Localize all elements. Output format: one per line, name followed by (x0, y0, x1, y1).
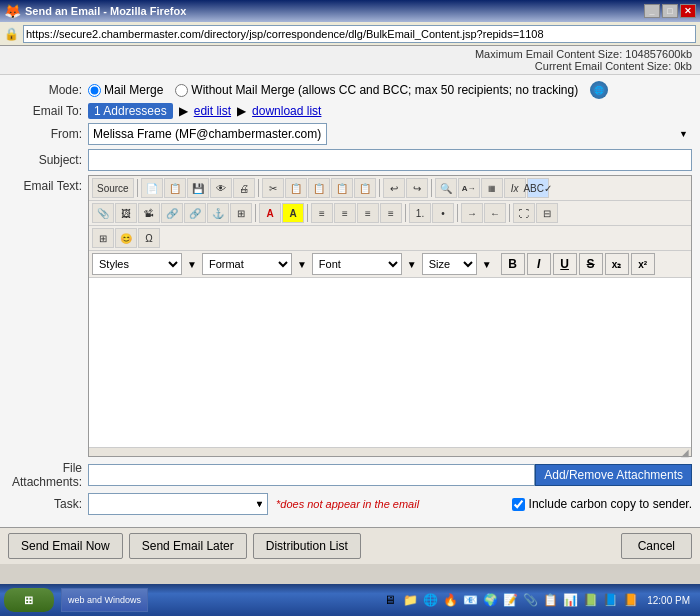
italic-button[interactable]: I (527, 253, 551, 275)
align-right-btn[interactable]: ≡ (357, 203, 379, 223)
redo-btn[interactable]: ↪ (406, 178, 428, 198)
underline-button[interactable]: U (553, 253, 577, 275)
size-select[interactable]: Size (422, 253, 477, 275)
templates-btn[interactable]: 📋 (164, 178, 186, 198)
superscript-button[interactable]: x² (631, 253, 655, 275)
font-select[interactable]: Font (312, 253, 402, 275)
ordered-list-btn[interactable]: 1. (409, 203, 431, 223)
editor-wrapper: Source 📄 📋 💾 👁 🖨 ✂ 📋 📋 📋 📋 ↩ ↪ 🔍 A→ (88, 175, 692, 457)
paste-btn[interactable]: 📋 (308, 178, 330, 198)
replace-btn[interactable]: A→ (458, 178, 480, 198)
task-row: Task: ▼ *does not appear in the email In… (8, 493, 692, 515)
subscript-button[interactable]: x₂ (605, 253, 629, 275)
taskbar-icon-8[interactable]: 📎 (521, 591, 539, 609)
justify-btn[interactable]: ≡ (380, 203, 402, 223)
subject-input[interactable] (88, 149, 692, 171)
indent-btn[interactable]: → (461, 203, 483, 223)
table-btn[interactable]: ⊞ (230, 203, 252, 223)
taskbar-icon-12[interactable]: 📘 (601, 591, 619, 609)
attachments-input (88, 464, 535, 486)
from-select[interactable]: Melissa Frame (MF@chambermaster.com) (88, 123, 327, 145)
taskbar-icon-10[interactable]: 📊 (561, 591, 579, 609)
source-button[interactable]: Source (92, 178, 134, 198)
cut-btn[interactable]: ✂ (262, 178, 284, 198)
align-center-btn[interactable]: ≡ (334, 203, 356, 223)
find-btn[interactable]: 🔍 (435, 178, 457, 198)
outdent-btn[interactable]: ← (484, 203, 506, 223)
edit-list-link[interactable]: edit list (194, 104, 231, 118)
send-email-later-button[interactable]: Send Email Later (129, 533, 247, 559)
bullet: ▶ (179, 104, 188, 118)
taskbar-icon-3[interactable]: 🌐 (421, 591, 439, 609)
preview-btn[interactable]: 👁 (210, 178, 232, 198)
taskbar-icon-4[interactable]: 🔥 (441, 591, 459, 609)
task-label: Task: (8, 497, 88, 511)
styles-select[interactable]: Styles (92, 253, 182, 275)
unlink-btn[interactable]: 🔗 (184, 203, 206, 223)
taskbar-icon-13[interactable]: 📙 (621, 591, 639, 609)
close-button[interactable]: ✕ (680, 4, 696, 18)
max-size-text: Maximum Email Content Size: 104857600kb (475, 48, 692, 60)
task-select[interactable] (88, 493, 268, 515)
spell-check-btn[interactable]: ABC✓ (527, 178, 549, 198)
cc-label: Include carbon copy to sender. (529, 497, 692, 511)
attachment-btn[interactable]: 📎 (92, 203, 114, 223)
copy-btn[interactable]: 📋 (285, 178, 307, 198)
start-button[interactable]: ⊞ (4, 588, 54, 612)
taskbar-icon-1[interactable]: 🖥 (381, 591, 399, 609)
print-btn[interactable]: 🖨 (233, 178, 255, 198)
bg-color-btn[interactable]: A (282, 203, 304, 223)
unordered-list-btn[interactable]: • (432, 203, 454, 223)
format-select[interactable]: Format (202, 253, 292, 275)
new-doc-btn[interactable]: 📄 (141, 178, 163, 198)
taskbar-icon-9[interactable]: 📋 (541, 591, 559, 609)
maximize-button[interactable]: □ (662, 4, 678, 18)
font-color-btn[interactable]: A (259, 203, 281, 223)
subject-row: Subject: (8, 149, 692, 171)
taskbar-icon-7[interactable]: 📝 (501, 591, 519, 609)
undo-btn[interactable]: ↩ (383, 178, 405, 198)
special-char-btn[interactable]: Ω (138, 228, 160, 248)
editor-body[interactable] (89, 278, 691, 448)
bold-button[interactable]: B (501, 253, 525, 275)
remove-format-btn[interactable]: Ix (504, 178, 526, 198)
link-btn[interactable]: 🔗 (161, 203, 183, 223)
editor-resize-handle[interactable]: ◢ (89, 448, 691, 456)
toolbar-row-3: ⊞ 😊 Ω (89, 226, 691, 251)
send-email-now-button[interactable]: Send Email Now (8, 533, 123, 559)
align-left-btn[interactable]: ≡ (311, 203, 333, 223)
taskbar-icon-5[interactable]: 📧 (461, 591, 479, 609)
strikethrough-button[interactable]: S (579, 253, 603, 275)
bottom-buttons: Send Email Now Send Email Later Distribu… (0, 527, 700, 564)
mode-no-mail-merge[interactable]: Without Mail Merge (allows CC and BCC; m… (175, 83, 578, 97)
distribution-list-button[interactable]: Distribution List (253, 533, 361, 559)
taskbar: ⊞ web and Windows 🖥 📁 🌐 🔥 📧 🌍 📝 📎 📋 📊 📗 … (0, 584, 700, 616)
image-btn[interactable]: 🖼 (115, 203, 137, 223)
mode-mail-merge[interactable]: Mail Merge (88, 83, 163, 97)
paste-word-btn[interactable]: 📋 (354, 178, 376, 198)
addresses-badge: 1 Addressees (88, 103, 173, 119)
minimize-button[interactable]: _ (644, 4, 660, 18)
taskbar-system-icons: 🖥 📁 🌐 🔥 📧 🌍 📝 📎 📋 📊 📗 📘 📙 12:00 PM (381, 591, 696, 609)
cc-checkbox[interactable] (512, 498, 525, 511)
taskbar-icon-6[interactable]: 🌍 (481, 591, 499, 609)
task-note: *does not appear in the email (276, 498, 419, 510)
select-all-btn[interactable]: ▦ (481, 178, 503, 198)
taskbar-icon-11[interactable]: 📗 (581, 591, 599, 609)
cancel-button[interactable]: Cancel (621, 533, 692, 559)
taskbar-icon-2[interactable]: 📁 (401, 591, 419, 609)
save-btn[interactable]: 💾 (187, 178, 209, 198)
taskbar-web-windows[interactable]: web and Windows (61, 588, 148, 612)
paste-text-btn[interactable]: 📋 (331, 178, 353, 198)
maximize-editor-btn[interactable]: ⛶ (513, 203, 535, 223)
show-blocks-btn[interactable]: ⊟ (536, 203, 558, 223)
download-list-link[interactable]: download list (252, 104, 321, 118)
insert-table-btn[interactable]: ⊞ (92, 228, 114, 248)
globe-icon[interactable]: 🌐 (590, 81, 608, 99)
emoji-btn[interactable]: 😊 (115, 228, 137, 248)
current-size-text: Current Email Content Size: 0kb (535, 60, 692, 72)
anchor-btn[interactable]: ⚓ (207, 203, 229, 223)
url-input[interactable] (23, 25, 696, 43)
add-remove-attachments-button[interactable]: Add/Remove Attachments (535, 464, 692, 486)
flash-btn[interactable]: 📽 (138, 203, 160, 223)
